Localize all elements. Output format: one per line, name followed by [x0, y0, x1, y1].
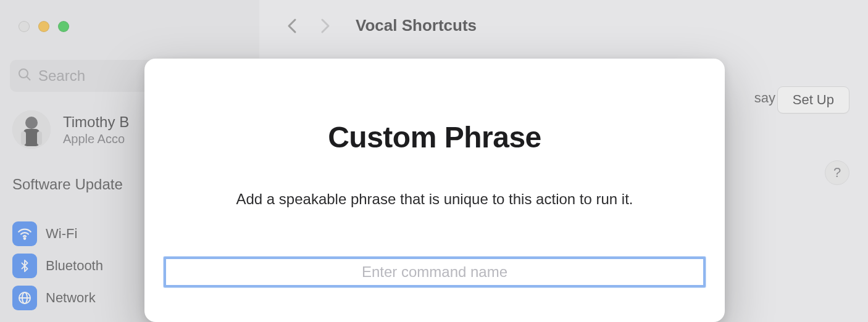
sidebar-item-label: Bluetooth [46, 258, 103, 274]
wifi-icon [12, 221, 37, 246]
close-window-button[interactable] [19, 21, 30, 32]
window-controls [19, 21, 69, 32]
account-name: Timothy B [63, 114, 129, 131]
set-up-button-label: Set Up [793, 92, 834, 107]
minimize-window-button[interactable] [38, 21, 49, 32]
modal-title: Custom Phrase [328, 120, 541, 154]
sidebar-item-label: Wi-Fi [46, 226, 77, 242]
help-icon: ? [833, 165, 841, 181]
account-subtitle: Apple Acco [63, 132, 129, 146]
search-icon [17, 67, 32, 85]
svg-point-3 [25, 117, 38, 129]
page-title: Vocal Shortcuts [356, 16, 477, 35]
nav-forward-button[interactable] [316, 17, 333, 35]
command-name-input[interactable] [164, 257, 706, 287]
svg-rect-6 [37, 131, 42, 145]
svg-point-0 [19, 69, 28, 78]
say-text-fragment: say [754, 90, 775, 106]
svg-line-1 [27, 76, 30, 80]
avatar [12, 110, 51, 149]
account-text: Timothy B Apple Acco [63, 114, 129, 146]
set-up-button[interactable]: Set Up [777, 86, 849, 114]
nav-row: Vocal Shortcuts [259, 0, 868, 51]
maximize-window-button[interactable] [58, 21, 69, 32]
svg-point-7 [24, 237, 26, 239]
network-icon [12, 286, 37, 310]
bluetooth-icon [12, 254, 37, 278]
custom-phrase-modal: Custom Phrase Add a speakable phrase tha… [144, 59, 725, 322]
modal-description: Add a speakable phrase that is unique to… [236, 189, 633, 210]
nav-back-button[interactable] [284, 17, 301, 35]
sidebar-item-label: Network [46, 290, 96, 306]
help-button[interactable]: ? [825, 160, 849, 185]
svg-rect-5 [21, 131, 26, 145]
